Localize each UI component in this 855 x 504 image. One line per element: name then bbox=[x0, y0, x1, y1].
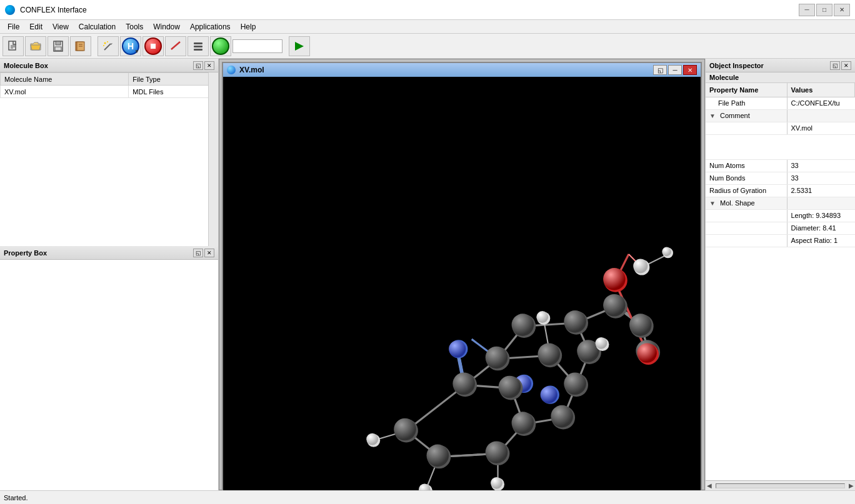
stop-button[interactable] bbox=[142, 36, 164, 56]
inspector-close[interactable]: ✕ bbox=[841, 61, 851, 70]
viewer-title: XV.mol bbox=[239, 66, 649, 74]
menu-edit[interactable]: Edit bbox=[24, 21, 48, 32]
title-bar-controls: ─ □ ✕ bbox=[799, 4, 850, 16]
molecule-box: Molecule Box ◱ ✕ Molecule Name File Type bbox=[0, 59, 218, 246]
svg-point-116 bbox=[662, 247, 671, 257]
scrollbar-track[interactable] bbox=[716, 483, 845, 488]
minimize-button[interactable]: ─ bbox=[799, 4, 815, 16]
svg-point-94 bbox=[629, 314, 652, 336]
molecule-3d-view bbox=[223, 77, 701, 490]
search-input[interactable] bbox=[232, 39, 282, 53]
scroll-right-btn[interactable]: ▶ bbox=[848, 482, 855, 489]
property-box-close[interactable]: ✕ bbox=[204, 249, 214, 257]
main-area: Molecule Box ◱ ✕ Molecule Name File Type bbox=[0, 59, 855, 490]
mol-shape-collapse-icon: ▼ bbox=[709, 200, 717, 207]
prop-spacer-cell bbox=[706, 134, 787, 159]
viewer-close-btn[interactable]: ✕ bbox=[683, 65, 697, 75]
scroll-left-btn[interactable]: ◀ bbox=[706, 482, 713, 489]
prop-row-comment[interactable]: ▼ Comment bbox=[706, 109, 855, 122]
app-icon bbox=[5, 5, 15, 15]
status-text: Started. bbox=[4, 494, 28, 502]
menu-window[interactable]: Window bbox=[148, 21, 185, 32]
property-box-restore[interactable]: ◱ bbox=[193, 249, 203, 257]
svg-point-82 bbox=[538, 343, 560, 365]
prop-name-numbonds: Num Bonds bbox=[706, 172, 787, 184]
col-property-name: Property Name bbox=[706, 83, 787, 97]
prop-val-aspect: Aspect Ratio: 1 bbox=[787, 234, 855, 247]
svg-marker-12 bbox=[111, 43, 112, 45]
menu-tools[interactable]: Tools bbox=[121, 21, 148, 32]
measure-button[interactable] bbox=[165, 36, 186, 56]
menu-calculation[interactable]: Calculation bbox=[74, 21, 121, 32]
molecule-box-controls: ◱ ✕ bbox=[193, 61, 214, 70]
molecule-box-close[interactable]: ✕ bbox=[204, 61, 214, 70]
menu-view[interactable]: View bbox=[48, 21, 74, 32]
wand-button[interactable] bbox=[98, 36, 119, 56]
menu-bar: File Edit View Calculation Tools Window … bbox=[0, 20, 855, 34]
viewer-content[interactable] bbox=[223, 77, 701, 490]
prop-name-aspect bbox=[706, 234, 787, 247]
svg-point-108 bbox=[491, 477, 502, 489]
svg-point-13 bbox=[104, 42, 106, 44]
molecule-scrollbar[interactable] bbox=[208, 72, 218, 246]
svg-rect-23 bbox=[223, 77, 701, 490]
center-panel: XV.mol ◱ ─ ✕ bbox=[219, 59, 705, 490]
close-button[interactable]: ✕ bbox=[834, 4, 850, 16]
menu-help[interactable]: Help bbox=[236, 21, 261, 32]
svg-point-68 bbox=[394, 418, 416, 441]
h-button[interactable]: H ▼ bbox=[120, 36, 141, 56]
viewer-minimize-btn[interactable]: ─ bbox=[668, 65, 682, 75]
svg-point-114 bbox=[633, 259, 648, 273]
menu-applications[interactable]: Applications bbox=[185, 21, 236, 32]
svg-rect-21 bbox=[194, 49, 202, 51]
prop-row-molshape[interactable]: ▼ Mol. Shape bbox=[706, 197, 855, 209]
svg-point-100 bbox=[603, 268, 626, 290]
menu-file[interactable]: File bbox=[2, 21, 24, 32]
svg-point-84 bbox=[564, 372, 586, 395]
new-button[interactable] bbox=[2, 36, 24, 56]
svg-point-92 bbox=[603, 294, 626, 317]
open-button[interactable] bbox=[25, 36, 46, 56]
save-button[interactable] bbox=[48, 36, 69, 56]
viewer-controls: ◱ ─ ✕ bbox=[653, 65, 697, 75]
toolbar: H ▼ bbox=[0, 34, 855, 59]
prop-row-aspect: Aspect Ratio: 1 bbox=[706, 234, 855, 247]
molecule-box-title: Molecule Box bbox=[4, 62, 48, 69]
viewer-restore-btn[interactable]: ◱ bbox=[653, 65, 667, 75]
import-button[interactable] bbox=[70, 36, 91, 56]
molecule-row-0[interactable]: XV.mol MDL Files bbox=[1, 86, 218, 98]
prop-row-rog: Radius of Gyration 2.5331 bbox=[706, 184, 855, 197]
prop-name-comment-val bbox=[706, 122, 787, 134]
molecule-box-restore[interactable]: ◱ bbox=[193, 61, 203, 70]
svg-rect-16 bbox=[151, 44, 156, 49]
molecule-box-header: Molecule Box ◱ ✕ bbox=[0, 59, 218, 72]
inspector-restore[interactable]: ◱ bbox=[830, 61, 840, 70]
stack-button[interactable] bbox=[188, 36, 209, 56]
inspector-section: Molecule bbox=[706, 72, 855, 83]
prop-row-numbonds: Num Bonds 33 bbox=[706, 172, 855, 184]
svg-point-112 bbox=[596, 337, 608, 349]
inspector-content: Property Name Values File Path C:/CONFLE… bbox=[706, 83, 855, 480]
prop-val-filepath: C:/CONFLEX/tu bbox=[787, 97, 855, 109]
col-molecule-name: Molecule Name bbox=[1, 73, 129, 86]
prop-name-diameter bbox=[706, 222, 787, 234]
inspector-title: Object Inspector bbox=[709, 62, 764, 69]
right-panel: Object Inspector ◱ ✕ Molecule Property N… bbox=[705, 59, 855, 490]
inspector-hscrollbar[interactable]: ◀ ▶ bbox=[706, 480, 855, 490]
prop-val-rog: 2.5331 bbox=[787, 184, 855, 197]
green-sphere-button[interactable] bbox=[210, 36, 231, 56]
svg-point-102 bbox=[637, 343, 656, 362]
stop-icon bbox=[144, 37, 162, 55]
status-bar: Started. bbox=[0, 490, 855, 504]
property-box-header: Property Box ◱ ✕ bbox=[0, 246, 218, 260]
svg-point-72 bbox=[486, 441, 508, 463]
prop-val-comment-val: XV.mol bbox=[787, 122, 855, 134]
run-button[interactable] bbox=[289, 36, 310, 56]
svg-marker-22 bbox=[295, 42, 304, 51]
maximize-button[interactable]: □ bbox=[816, 4, 832, 16]
left-panel: Molecule Box ◱ ✕ Molecule Name File Type bbox=[0, 59, 219, 490]
prop-val-length: Length: 9.34893 bbox=[787, 209, 855, 222]
viewer-icon bbox=[227, 66, 236, 74]
property-box-controls: ◱ ✕ bbox=[193, 249, 214, 257]
prop-val-comment bbox=[787, 109, 855, 122]
